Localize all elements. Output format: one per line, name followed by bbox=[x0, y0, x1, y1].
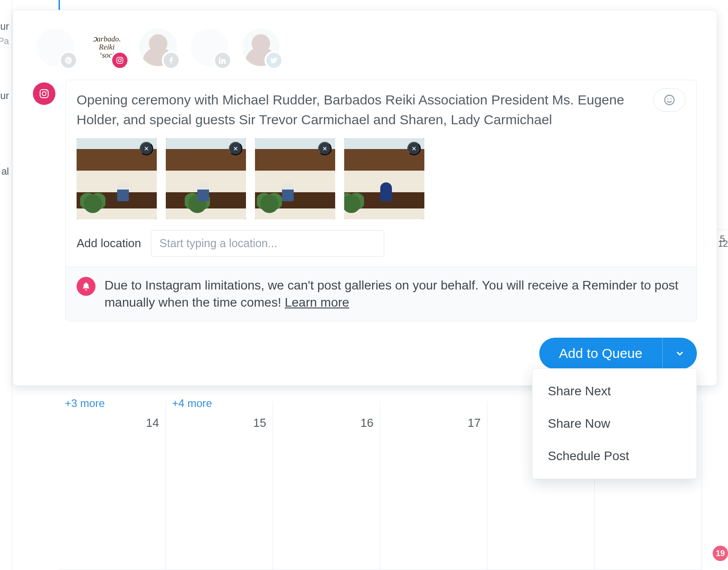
left-gutter-label: al bbox=[1, 166, 9, 177]
location-input[interactable] bbox=[151, 230, 384, 257]
day-number: 16 bbox=[360, 416, 373, 430]
attachment-thumb[interactable] bbox=[166, 138, 246, 219]
day-number: 14 bbox=[146, 416, 159, 430]
emoji-button[interactable] bbox=[653, 88, 686, 112]
svg-point-4 bbox=[42, 92, 46, 95]
account-instagram[interactable]: ɔarbado. Reiki ‘soci bbox=[88, 28, 126, 66]
left-gutter-label: ur bbox=[0, 21, 9, 32]
day-number: 17 bbox=[468, 416, 481, 430]
svg-point-5 bbox=[46, 90, 47, 91]
pinterest-icon bbox=[61, 53, 76, 68]
remove-attachment-button[interactable] bbox=[407, 142, 421, 155]
calendar-cell[interactable]: 16 bbox=[273, 402, 380, 570]
svg-point-7 bbox=[667, 99, 668, 100]
day-number: 15 bbox=[253, 416, 266, 430]
close-icon bbox=[144, 146, 149, 151]
smiley-icon bbox=[663, 94, 676, 106]
close-icon bbox=[411, 146, 417, 151]
account-twitter[interactable] bbox=[242, 28, 280, 66]
attachment-thumb[interactable] bbox=[344, 138, 424, 219]
caption-input[interactable]: Opening ceremony with Michael Rudder, Ba… bbox=[77, 90, 644, 129]
attachment-thumb[interactable] bbox=[255, 138, 335, 219]
calendar-left-gutter: ur Pa ur al bbox=[0, 0, 12, 570]
facebook-icon bbox=[164, 53, 179, 68]
close-icon bbox=[322, 146, 328, 151]
account-linkedin[interactable] bbox=[191, 28, 228, 66]
instagram-gallery-notice: Due to Instagram limitations, we can't p… bbox=[66, 267, 696, 321]
bell-icon bbox=[77, 277, 96, 296]
account-facebook[interactable] bbox=[139, 28, 177, 66]
composer-modal: ɔarbado. Reiki ‘soci bbox=[13, 10, 717, 386]
linkedin-icon bbox=[215, 53, 230, 68]
notice-text: Due to Instagram limitations, we can't p… bbox=[105, 277, 686, 311]
svg-point-2 bbox=[122, 58, 123, 59]
remove-attachment-button[interactable] bbox=[318, 142, 332, 155]
svg-point-1 bbox=[118, 59, 121, 62]
actions-dropdown: Share Next Share Now Schedule Post bbox=[532, 368, 697, 479]
more-link[interactable]: +4 more bbox=[172, 397, 212, 410]
composer-actions: Add to Queue Share Next Share Now Schedu… bbox=[13, 321, 717, 369]
dropdown-item-schedule-post[interactable]: Schedule Post bbox=[532, 440, 696, 472]
calendar-cell[interactable]: +3 more 14 bbox=[59, 402, 166, 570]
account-pinterest[interactable] bbox=[36, 28, 74, 66]
network-badge-instagram bbox=[33, 82, 55, 105]
calendar-cell[interactable]: TEST LIMITS...T... #Iam #CeliaCol... +4 … bbox=[166, 402, 273, 570]
dropdown-item-share-now[interactable]: Share Now bbox=[532, 407, 696, 440]
composer-card: Opening ceremony with Michael Rudder, Ba… bbox=[65, 80, 697, 321]
instagram-icon bbox=[112, 53, 127, 68]
add-to-queue-caret[interactable] bbox=[662, 338, 697, 369]
composer-body: Opening ceremony with Michael Rudder, Ba… bbox=[13, 69, 717, 321]
remove-attachment-button[interactable] bbox=[140, 142, 153, 155]
learn-more-link[interactable]: Learn more bbox=[285, 295, 349, 309]
more-link[interactable]: +3 more bbox=[65, 397, 105, 410]
twitter-icon bbox=[266, 53, 282, 68]
chevron-down-icon bbox=[674, 348, 685, 359]
remove-attachment-button[interactable] bbox=[229, 142, 242, 155]
left-gutter-label: ur bbox=[0, 90, 9, 102]
close-icon bbox=[233, 146, 238, 151]
location-row: Add location bbox=[66, 230, 696, 267]
split-button: Add to Queue bbox=[539, 338, 697, 369]
location-label: Add location bbox=[77, 236, 141, 250]
week-num: 12 bbox=[718, 239, 728, 249]
calendar-cell[interactable]: 17 bbox=[380, 402, 487, 570]
attachment-thumb[interactable] bbox=[77, 138, 157, 219]
svg-point-8 bbox=[670, 99, 671, 100]
svg-point-6 bbox=[665, 95, 674, 105]
account-selector-row: ɔarbado. Reiki ‘soci bbox=[13, 10, 717, 69]
attachment-row bbox=[66, 133, 696, 230]
add-to-queue-button[interactable]: Add to Queue bbox=[539, 338, 662, 369]
dropdown-item-share-next[interactable]: Share Next bbox=[532, 375, 696, 407]
app-stage: ur Pa ur al 5 12 19 +3 more 14 TEST LIMI… bbox=[0, 0, 728, 570]
left-gutter-sublabel: Pa bbox=[0, 36, 9, 46]
